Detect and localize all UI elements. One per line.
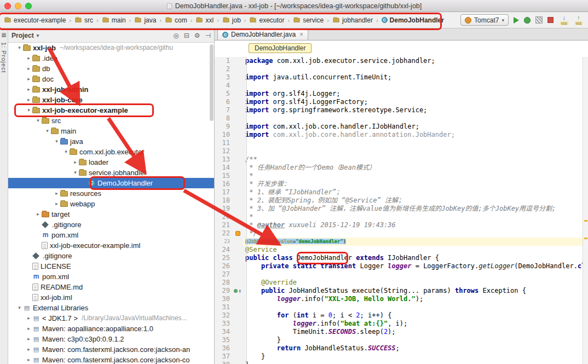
line-number[interactable]: 5	[215, 90, 233, 98]
code-line-11[interactable]: 11	[215, 139, 583, 147]
code-line-16[interactable]: 16 * 开发步骤：	[215, 180, 583, 188]
expand-arrow-open-icon[interactable]: ▾	[62, 147, 70, 157]
close-icon[interactable]: ×	[299, 31, 303, 38]
code-line-15[interactable]: 15 *	[215, 172, 583, 180]
code-line-13[interactable]: 13/**	[215, 155, 583, 164]
expand-arrow-open-icon[interactable]: ▾	[34, 115, 42, 126]
line-number[interactable]: 32	[215, 311, 233, 320]
breadcrumb-item-executor-example[interactable]: executor-example	[2, 15, 67, 25]
tree-item-src[interactable]: ▾src	[8, 115, 214, 126]
expand-arrow-closed-icon[interactable]: ▸	[25, 323, 32, 334]
editor-scrollbar[interactable]	[583, 57, 588, 364]
expand-arrow-closed-icon[interactable]: ▸	[25, 334, 32, 344]
line-number[interactable]: 21	[215, 221, 233, 229]
line-number[interactable]: 18	[215, 197, 233, 205]
line-number[interactable]: 29	[215, 287, 233, 295]
code-line-10[interactable]: 10import com.xxl.job.core.handler.annota…	[215, 131, 583, 139]
tree-item-maven-com.fasterxml.jackson.core-jackson-an[interactable]: ▸▤Maven: com.fasterxml.jackson.core:jack…	[8, 344, 214, 355]
override-arrow-icon[interactable]: ↑	[238, 287, 241, 295]
expand-arrow-closed-icon[interactable]: ▸	[25, 63, 32, 74]
tree-item-db[interactable]: ▸db	[8, 63, 214, 74]
expand-arrow-open-icon[interactable]: ▾	[25, 105, 32, 115]
code-line-29[interactable]: 29↑ public JobHandleStatus execute(Strin…	[215, 287, 583, 295]
expand-arrow-closed-icon[interactable]: ▸	[25, 355, 32, 364]
tree-item-service.jobhandler[interactable]: ▾service.jobhandler	[8, 167, 214, 178]
stop-button[interactable]	[547, 17, 554, 23]
code-line-36[interactable]: 36 return JobHandleStatus.SUCCESS;	[215, 344, 583, 353]
code-line-27[interactable]: 27	[215, 270, 583, 279]
code-line-23[interactable]: 23@JobHander(value="demoJobHandler")	[215, 238, 583, 246]
code-line-31[interactable]: 31	[215, 303, 583, 311]
breadcrumb-item-jobhandler[interactable]: jobhandler	[331, 15, 374, 25]
scrollbar-thumb[interactable]	[210, 44, 214, 121]
tree-item-xxl-job-executor-example.iml[interactable]: xxl-job-executor-example.iml	[8, 240, 214, 251]
tree-item-xxl-job[interactable]: ▾xxl-job~/workspaces/idea-git-workspace/…	[8, 43, 214, 53]
gear-icon[interactable]: ⚙	[194, 32, 200, 39]
code-line-32[interactable]: 32 for (int i = 0; i < 2; i++) {	[215, 311, 583, 320]
tree-item--jdk1.7-[interactable]: ▸▤< JDK1.7 >/Library/Java/JavaVirtualMac…	[8, 313, 214, 323]
line-number[interactable]: 23	[215, 238, 233, 246]
project-scrollbar[interactable]	[209, 43, 214, 364]
expand-arrow-closed-icon[interactable]: ▸	[25, 84, 32, 95]
run-button[interactable]	[514, 17, 519, 24]
run-config-select[interactable]: Tomcat7 ▾	[460, 14, 509, 26]
code-line-26[interactable]: 26 private static transient Logger logge…	[215, 262, 583, 270]
line-number[interactable]: 9	[215, 123, 233, 131]
tree-item-maven-c3p0-c3p0-0.9.1.2[interactable]: ▸▤Maven: c3p0:c3p0:0.9.1.2	[8, 334, 214, 344]
code-line-21[interactable]: 21 * @author xuxueli 2015-12-19 19:43:36	[215, 221, 583, 229]
code-line-35[interactable]: 35 }	[215, 336, 583, 344]
code-line-22[interactable]: 22 */	[215, 229, 583, 238]
line-number[interactable]: 31	[215, 303, 233, 311]
expand-arrow-closed-icon[interactable]: ▸	[34, 209, 42, 219]
tree-item-readme.md[interactable]: README.md	[8, 282, 214, 292]
breadcrumb-item-main[interactable]: main	[100, 15, 128, 25]
code-line-8[interactable]: 8	[215, 114, 583, 123]
tree-item-xxl-job.iml[interactable]: xxl-job.iml	[8, 292, 214, 303]
breadcrumb-item-demojobhandler[interactable]: CDemoJobHandler	[380, 15, 446, 25]
tree-item-demojobhandler[interactable]: CDemoJobHandler	[8, 178, 214, 188]
code-line-25[interactable]: 25public class DemoJobHandler extends IJ…	[215, 254, 583, 262]
expand-arrow-open-icon[interactable]: ▾	[72, 167, 79, 178]
line-number[interactable]: 30	[215, 295, 233, 303]
code-line-30[interactable]: 30 logger.info("XXL-JOB, Hello World.");	[215, 295, 583, 303]
breadcrumb-item-executor[interactable]: executor	[247, 15, 286, 25]
tree-item-xxl-job-executor-example[interactable]: ▾xxl-job-executor-example	[8, 105, 214, 115]
breadcrumb-item-com[interactable]: com	[163, 15, 189, 25]
line-number[interactable]: 24	[215, 246, 233, 254]
expand-arrow-closed-icon[interactable]: ▸	[25, 95, 32, 105]
tree-item-xxl-job-core[interactable]: ▸xxl-job-core	[8, 95, 214, 105]
line-number[interactable]: 8	[215, 114, 233, 123]
code-line-3[interactable]: 3import java.util.concurrent.TimeUnit;	[215, 73, 583, 82]
vcs-commit-button[interactable]: ↑ vcs	[575, 15, 583, 25]
expand-arrow-open-icon[interactable]: ▾	[16, 43, 23, 53]
line-number[interactable]: 34	[215, 328, 233, 336]
code-line-5[interactable]: 5import org.slf4j.Logger;	[215, 90, 583, 98]
expand-arrow-closed-icon[interactable]: ▸	[25, 53, 32, 63]
line-number[interactable]: 36	[215, 344, 233, 353]
collapse-all-icon[interactable]: ⊟	[184, 32, 189, 39]
tree-item-doc[interactable]: ▸doc	[8, 74, 214, 84]
line-number[interactable]: 20	[215, 213, 233, 221]
tree-item-pom.xml[interactable]: mpom.xml	[8, 271, 214, 282]
code-line-18[interactable]: 18 * 2、装配到Spring，例如加 “@Service” 注解；	[215, 197, 583, 205]
expand-arrow-open-icon[interactable]: ▾	[53, 136, 60, 147]
tree-item-webapp[interactable]: ▸webapp	[8, 199, 214, 209]
tree-item-java[interactable]: ▾java	[8, 136, 214, 147]
locate-icon[interactable]: ◎	[173, 32, 178, 39]
hide-panel-icon[interactable]: ⊣	[205, 32, 211, 39]
vcs-update-button[interactable]: ↓ vcs	[560, 15, 568, 25]
code-line-19[interactable]: 19 * 3、加 “@JobHander” 注解，注解value值为新增任务生成…	[215, 205, 583, 213]
tree-item-.idea[interactable]: ▸.idea	[8, 53, 214, 63]
expand-arrow-closed-icon[interactable]: ▸	[53, 199, 60, 209]
breadcrumb-item-service[interactable]: service	[291, 15, 325, 25]
code-line-1[interactable]: 1package com.xxl.job.executor.service.jo…	[215, 57, 583, 65]
expand-arrow-open-icon[interactable]: ▾	[44, 126, 51, 136]
code-line-12[interactable]: 12	[215, 147, 583, 155]
line-number[interactable]: 16	[215, 180, 233, 188]
code-line-4[interactable]: 4	[215, 82, 583, 90]
line-number[interactable]: 3	[215, 73, 233, 82]
tree-item-loader[interactable]: ▸loader	[8, 157, 214, 167]
breadcrumb-item-src[interactable]: src	[73, 15, 95, 25]
line-number[interactable]: 17	[215, 188, 233, 197]
tree-item-com.xxl.job.executor[interactable]: ▾com.xxl.job.executor	[8, 147, 214, 157]
